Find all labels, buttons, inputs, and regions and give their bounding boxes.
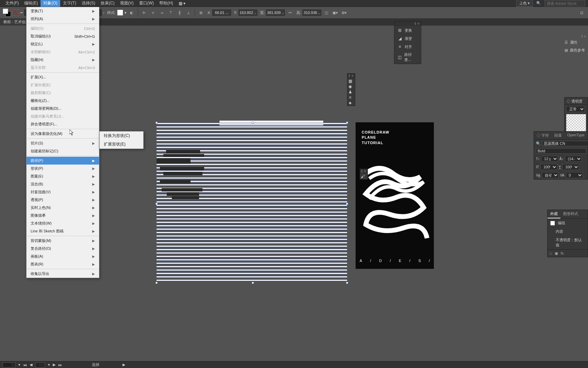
menu-item[interactable]: 裁剪图像(C) — [27, 89, 99, 97]
menu-item[interactable]: 封套扭曲(V)▶ — [27, 188, 99, 196]
menu-item[interactable]: 剪切蒙版(M)▶ — [27, 237, 99, 245]
menu-item[interactable]: 实时上色(N)▶ — [27, 204, 99, 212]
menu-item[interactable]: 图像描摹▶ — [27, 212, 99, 219]
artboard-num[interactable] — [35, 362, 45, 368]
x-field[interactable] — [212, 10, 231, 16]
submenu-item[interactable]: 转换为形状(C) — [100, 132, 143, 140]
menu-item[interactable]: 图案(E)▶ — [27, 172, 99, 180]
menu-item[interactable]: 扩展外观(E) — [27, 81, 99, 89]
tab-opentype[interactable]: OpenType — [565, 132, 587, 139]
nav-next-icon[interactable]: ▶ — [53, 363, 55, 367]
close-icon[interactable]: × — [352, 74, 354, 78]
menu-file[interactable]: 文件(F) — [3, 0, 21, 7]
menu-type[interactable]: 文字(T) — [60, 0, 79, 7]
nav-arrow-icon[interactable]: ▶ — [122, 363, 125, 367]
no-fill-icon[interactable] — [12, 9, 19, 16]
hscale[interactable]: 100% — [562, 164, 579, 170]
menu-item[interactable]: 编组(G)Ctrl+G — [27, 25, 99, 32]
tab-para[interactable]: 段落 — [552, 132, 565, 139]
y-field[interactable] — [239, 10, 257, 16]
align-hcenter-icon[interactable]: ≡ — [149, 9, 157, 16]
new-fill-icon[interactable]: □ — [550, 251, 552, 256]
adobe-stock-search[interactable] — [544, 0, 585, 6]
align-top-icon[interactable]: ⊤ — [167, 9, 175, 16]
menu-item[interactable]: 形状(P)▶ — [27, 165, 99, 172]
menu-item[interactable]: 收集以导出▶ — [27, 270, 99, 278]
kerning[interactable]: 0 — [566, 172, 583, 178]
menu-item[interactable]: 显示全部Alt+Ctrl+3 — [27, 64, 99, 72]
transform-icon[interactable]: ⊞ — [197, 9, 205, 16]
fx-icon[interactable]: fx. — [561, 251, 565, 256]
artboard-tool-icon[interactable]: ▦ — [347, 78, 353, 84]
tab-appearance[interactable]: 外观 — [548, 210, 560, 218]
tab-graphicstyle[interactable]: 图形样式 — [560, 210, 581, 218]
menu-item[interactable]: 路径(P)▶ — [27, 157, 99, 165]
menu-item[interactable]: 透视(P)▶ — [27, 196, 99, 204]
font-weight[interactable] — [536, 148, 586, 154]
menu-select[interactable]: 选择(S) — [79, 0, 98, 7]
fill-stroke-swatch[interactable] — [3, 9, 11, 17]
close-icon[interactable]: × — [418, 21, 420, 26]
tab-char[interactable]: ◇ 字符 — [534, 132, 552, 139]
menu-item[interactable]: 隐藏(H)▶ — [27, 56, 99, 64]
menu-object[interactable]: 对象(O) — [40, 0, 60, 7]
shape-mode-icon[interactable]: ◫ — [323, 9, 330, 16]
appear-row[interactable]: 编组 — [548, 219, 588, 227]
menu-item[interactable]: 创建渐变网格(D)... — [27, 105, 99, 112]
font-size[interactable]: 12 pt — [541, 156, 558, 162]
vscale[interactable]: 100% — [540, 164, 557, 170]
font-family[interactable] — [542, 141, 588, 146]
appear-row[interactable]: 内容 — [548, 227, 588, 236]
new-stroke-icon[interactable]: ▣ — [555, 251, 558, 256]
blend-mode[interactable]: 正常 — [566, 106, 585, 112]
menu-arrange-icon[interactable]: ▦ ▾ — [176, 0, 188, 6]
menu-view[interactable]: 视图(V) — [117, 0, 136, 7]
align-right-icon[interactable]: ⫤ — [158, 9, 166, 16]
menu-item[interactable]: 设为像素级优化(M) — [27, 130, 99, 138]
align-bottom-icon[interactable]: ⊥ — [185, 9, 192, 16]
setup-icon[interactable]: ⊡ — [578, 9, 585, 16]
panel-item[interactable]: ⊞变换 — [394, 26, 421, 34]
panel-item[interactable]: ◫路径查... — [394, 51, 421, 64]
cloud-icon[interactable]: ♣ — [347, 100, 353, 106]
dock-colorguide[interactable]: ▤颜色参考 — [562, 46, 588, 54]
nav-first-icon[interactable]: ⏮ — [23, 363, 27, 367]
menu-item[interactable]: 文本绕排(W)▶ — [27, 219, 99, 227]
menu-item[interactable]: 扩展(X)... — [27, 73, 99, 81]
link-wh-icon[interactable]: ⚯ — [286, 9, 294, 16]
person-icon[interactable]: ♟ — [347, 89, 353, 95]
menu-effect[interactable]: 效果(C) — [98, 0, 117, 7]
menu-item[interactable]: 创建对象马赛克(J)... — [27, 112, 99, 120]
isolate-icon[interactable]: ▣▾ — [331, 9, 339, 16]
menu-window[interactable]: 窗口(W) — [136, 0, 157, 7]
align-panel-icon[interactable]: ⊞▾ — [340, 9, 348, 16]
align-vcenter-icon[interactable]: ╫ — [176, 9, 183, 16]
menu-item[interactable]: 创建裁切标记(C) — [27, 147, 99, 155]
brush-icon[interactable]: 🖌 — [360, 174, 365, 179]
fill-color-dropdown[interactable]: 上色 ▾ — [516, 0, 533, 7]
menu-item[interactable]: 变换(T)▶ — [27, 7, 99, 15]
menu-item[interactable]: 锁定(L)▶ — [27, 40, 99, 48]
menu-item[interactable]: 画板(A)▶ — [27, 252, 99, 260]
menu-item[interactable]: Line 和 Sketch 图稿▶ — [27, 227, 99, 235]
appear-row[interactable]: 不透明度：默认值 — [548, 236, 588, 249]
menu-item[interactable]: 栅格化(Z)... — [27, 97, 99, 105]
panel-item[interactable]: ≡对齐 — [394, 43, 421, 51]
menu-item[interactable]: 拼合透明度(F)... — [27, 120, 99, 128]
h-field[interactable] — [303, 10, 321, 16]
align-left-icon[interactable]: ⊫ — [141, 9, 148, 16]
menu-item[interactable]: 混合(B)▶ — [27, 180, 99, 188]
menu-item[interactable]: 排列(A)▶ — [27, 15, 99, 23]
list-icon[interactable]: ≡ — [347, 95, 353, 100]
menu-edit[interactable]: 编辑(E) — [21, 0, 40, 7]
cc-icon[interactable]: ◉ — [347, 84, 353, 89]
menu-item[interactable]: 图表(R)▶ — [27, 260, 99, 268]
zoom-level[interactable] — [2, 362, 16, 368]
menu-help[interactable]: 帮助(H) — [157, 0, 176, 7]
menu-item[interactable]: 切片(S)▶ — [27, 139, 99, 147]
menu-item[interactable]: 复合路径(O)▶ — [27, 245, 99, 252]
nav-last-icon[interactable]: ⏭ — [58, 363, 62, 367]
nav-prev-icon[interactable]: ◀ — [30, 363, 32, 367]
tracking[interactable]: 自动 — [542, 172, 559, 178]
recolor-icon[interactable]: ◐ — [128, 9, 135, 16]
